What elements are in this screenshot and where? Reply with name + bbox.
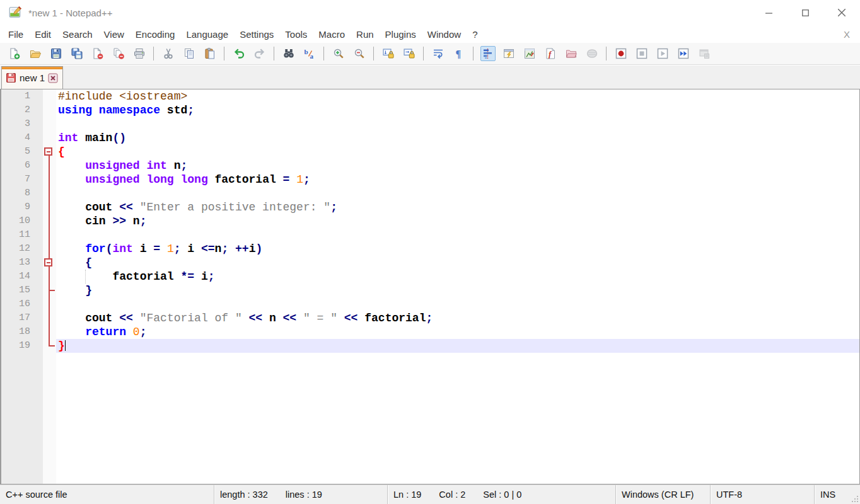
token-bm: { [58, 146, 65, 158]
macro-run-multiple-icon[interactable] [676, 46, 691, 61]
menu-item-run[interactable]: Run [351, 27, 380, 42]
macro-play-icon[interactable] [655, 46, 670, 61]
code-line-10[interactable]: 10 cin >> n; [1, 214, 859, 228]
code-line-6[interactable]: 6 unsigned int n; [1, 159, 859, 173]
token-op: ; [180, 159, 187, 172]
macro-stop-icon[interactable] [634, 46, 649, 61]
menu-item-view[interactable]: View [98, 27, 130, 42]
line-number: 1 [1, 89, 43, 103]
maximize-button[interactable] [787, 0, 823, 25]
code-line-12[interactable]: 12 for(int i = 1; i <=n; ++i) [1, 242, 859, 256]
code-line-14[interactable]: 14 factorial *= i; [1, 270, 859, 284]
code-text[interactable]: unsigned int n; [56, 159, 859, 173]
zoom-out-icon[interactable] [352, 46, 367, 61]
paste-icon[interactable] [202, 46, 218, 61]
status-eol-format[interactable]: Windows (CR LF) [616, 485, 711, 504]
show-all-characters-icon[interactable]: ¶ [451, 46, 467, 61]
code-line-13[interactable]: 13 { [1, 256, 859, 270]
code-line-16[interactable]: 16 [1, 297, 859, 311]
code-editor[interactable]: 1#include <iostream>2using namespace std… [0, 89, 860, 484]
code-text[interactable]: return 0; [56, 325, 859, 339]
menu-item-edit[interactable]: Edit [29, 27, 57, 42]
menu-item-language[interactable]: Language [180, 27, 234, 42]
function-list-icon[interactable]: f [543, 46, 558, 61]
print-icon[interactable] [132, 46, 147, 61]
token-op: ++ [235, 243, 249, 255]
menu-item-plugins[interactable]: Plugins [380, 27, 422, 42]
save-file-icon[interactable] [49, 46, 64, 61]
code-text[interactable]: } [56, 284, 859, 297]
copy-icon[interactable] [182, 46, 197, 61]
code-line-3[interactable]: 3 [1, 117, 859, 131]
fold-marker[interactable] [43, 145, 56, 159]
macro-record-icon[interactable] [613, 46, 629, 61]
cut-icon[interactable] [161, 46, 176, 61]
new-file-icon[interactable] [7, 46, 22, 61]
code-line-7[interactable]: 7 unsigned long long factorial = 1; [1, 173, 859, 186]
code-text[interactable]: int main() [56, 131, 859, 145]
save-all-icon[interactable] [69, 46, 84, 61]
sync-vertical-scroll-icon[interactable] [381, 46, 396, 61]
menu-item-file[interactable]: File [3, 27, 29, 42]
menu-item-window[interactable]: Window [422, 27, 467, 42]
fold-marker[interactable] [43, 256, 56, 270]
code-text[interactable]: unsigned long long factorial = 1; [56, 173, 859, 186]
minimize-button[interactable] [750, 0, 787, 25]
code-line-5[interactable]: 5{ [1, 145, 859, 159]
code-text[interactable]: for(int i = 1; i <=n; ++i) [56, 242, 859, 256]
menu-item-encoding[interactable]: Encoding [130, 27, 181, 42]
menu-item-search[interactable]: Search [57, 27, 98, 42]
code-text[interactable]: { [56, 145, 859, 159]
resize-grip[interactable] [851, 495, 859, 503]
show-indent-guide-icon[interactable] [480, 46, 496, 61]
folder-as-workspace-icon[interactable] [564, 46, 579, 61]
code-text[interactable] [56, 228, 859, 242]
tab-close-icon[interactable] [48, 73, 58, 83]
close-file-icon[interactable] [90, 46, 105, 61]
menu-item-help[interactable]: ? [467, 27, 483, 42]
replace-icon[interactable]: ba [302, 46, 317, 61]
close-all-icon[interactable] [111, 46, 126, 61]
code-text[interactable] [56, 117, 859, 131]
code-text[interactable]: { [56, 256, 859, 270]
close-button[interactable] [823, 0, 860, 25]
code-text[interactable]: cin >> n; [56, 214, 859, 228]
code-line-19[interactable]: 19} [1, 339, 859, 353]
code-text[interactable]: using namespace std; [56, 103, 859, 117]
code-text[interactable]: factorial *= i; [56, 270, 859, 284]
code-text[interactable]: cout << "Factorial of " << n << " = " <<… [56, 311, 859, 325]
code-text[interactable]: #include <iostream> [56, 89, 859, 103]
word-wrap-icon[interactable] [431, 46, 446, 61]
code-line-1[interactable]: 1#include <iostream> [1, 89, 859, 103]
code-line-4[interactable]: 4int main() [1, 131, 859, 145]
code-text[interactable] [56, 297, 859, 311]
find-icon[interactable] [281, 46, 296, 61]
code-text[interactable]: } [56, 339, 859, 353]
sync-horizontal-scroll-icon[interactable] [402, 46, 417, 61]
token-bm: } [58, 340, 65, 352]
menu-item-macro[interactable]: Macro [313, 27, 351, 42]
menu-item-settings[interactable]: Settings [234, 27, 279, 42]
code-line-11[interactable]: 11 [1, 228, 859, 242]
code-line-8[interactable]: 8 [1, 186, 859, 200]
user-defined-dialog-icon[interactable] [501, 46, 516, 61]
code-line-17[interactable]: 17 cout << "Factorial of " << n << " = "… [1, 311, 859, 325]
code-line-15[interactable]: 15 } [1, 284, 859, 297]
window-controls [750, 0, 860, 25]
zoom-in-icon[interactable] [331, 46, 346, 61]
undo-icon[interactable] [231, 46, 247, 61]
code-text[interactable] [56, 186, 859, 200]
menu-close-button[interactable]: X [840, 28, 854, 41]
code-line-2[interactable]: 2using namespace std; [1, 103, 859, 117]
menu-item-tools[interactable]: Tools [279, 27, 313, 42]
status-encoding[interactable]: UTF-8 [711, 485, 815, 504]
document-map-icon[interactable] [522, 46, 537, 61]
fold-margin [43, 325, 56, 339]
token-id: factorial [112, 270, 173, 283]
code-line-9[interactable]: 9 cout << "Enter a positive integer: "; [1, 200, 859, 214]
redo-icon[interactable] [252, 46, 267, 61]
open-file-icon[interactable] [28, 46, 43, 61]
tab-new-1[interactable]: new 1 [1, 66, 63, 89]
code-text[interactable]: cout << "Enter a positive integer: "; [56, 200, 859, 214]
code-line-18[interactable]: 18 return 0; [1, 325, 859, 339]
